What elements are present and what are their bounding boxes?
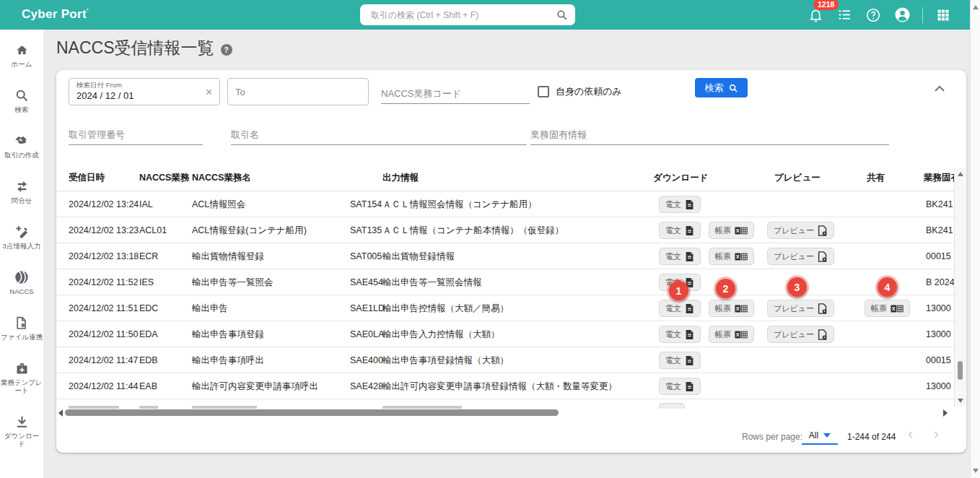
share-report-button[interactable]: 帳票X (865, 300, 910, 317)
document-icon (685, 381, 694, 392)
table-row: 2024/12/02 11:44EAB輸出許可内容変更申請事項呼出SAE428輸… (56, 373, 954, 399)
annotation-badge-4: 4 (878, 277, 897, 297)
search-icon[interactable] (556, 9, 568, 21)
preview-button[interactable]: プレビュー (767, 300, 834, 317)
document-icon (685, 303, 694, 314)
cell-naccs-code: IES (139, 277, 154, 287)
cell-output-name: 輸出申告等一覧照会情報 (382, 276, 482, 288)
cell-business-info: 00015 (926, 355, 954, 365)
page-title-row: NACCS受信情報一覧 ? (56, 37, 232, 59)
cell-naccs-name: 輸出申告事項呼出 (192, 354, 264, 366)
sidebar-item-search[interactable]: 検索 (1, 87, 43, 113)
rows-per-page-value: All (809, 430, 818, 440)
help-button[interactable] (865, 6, 882, 24)
report-download-button-label: 帳票 (715, 329, 731, 340)
sidebar-item-three-point-input[interactable]: 3点情報入力 (1, 224, 43, 250)
message-download-button-label: 電文 (665, 199, 681, 210)
global-search-input[interactable] (371, 10, 556, 20)
handshake-icon (14, 133, 30, 149)
message-download-button[interactable]: 電文 (659, 248, 701, 265)
file-gear-icon (14, 315, 29, 331)
sidebar-item-inquiry[interactable]: 問合せ (1, 178, 43, 204)
cyberport-logo[interactable]: Cyber Port’ (22, 7, 89, 22)
vertical-scroll-thumb[interactable] (958, 361, 963, 380)
sidebar-item-label: ホーム (12, 60, 32, 68)
cell-received-datetime: 2024/12/02 11:44 (69, 381, 138, 391)
scroll-down-icon[interactable] (958, 399, 963, 403)
document-icon (685, 225, 694, 236)
notifications-button[interactable]: 1218 (807, 6, 824, 24)
table-row: 2024/12/02 11:50EDA輸出申告事項登録SAE0LA輸出申告入力控… (56, 321, 954, 347)
document-icon (685, 329, 694, 340)
table-row: 2024/12/02 13:23ACL01ACL情報登録(コンテナ船用)SAT1… (56, 217, 954, 243)
share-report-button-label: 帳票 (871, 303, 887, 314)
prev-page-button[interactable]: ‹ (908, 425, 913, 442)
cell-received-datetime: 2024/12/02 13:23 (69, 225, 139, 235)
apps-button[interactable] (935, 6, 952, 24)
cell-naccs-name: 輸出許可内容変更申請事項呼出 (192, 380, 318, 392)
sidebar-item-label: NACCS (9, 287, 33, 295)
cell-received-datetime: 2024/12/02 11:50 (69, 329, 138, 339)
report-download-button[interactable]: 帳票X (709, 248, 754, 265)
report-download-button[interactable]: 帳票X (709, 222, 754, 239)
account-button[interactable] (893, 6, 911, 24)
spreadsheet-icon: X (735, 226, 748, 235)
next-page-button[interactable]: › (934, 425, 939, 442)
preview-button[interactable]: プレビュー (767, 248, 834, 265)
task-list-button[interactable] (836, 6, 853, 24)
spreadsheet-icon: X (735, 330, 748, 339)
sidebar-search-icon (14, 87, 29, 103)
cell-naccs-code: ECR (139, 251, 158, 261)
app-root: Cyber Port’ 1218 ホーム検索取引の作成 (0, 0, 980, 478)
document-icon (685, 355, 694, 366)
page-help-icon[interactable]: ? (221, 44, 232, 56)
cell-output-name: 輸出申告入力控情報（大額） (382, 328, 500, 340)
scroll-up-icon[interactable] (958, 172, 963, 176)
logo-text: Cyber Port (22, 7, 87, 21)
message-download-button[interactable]: 電文 (659, 196, 701, 213)
preview-icon (818, 329, 828, 340)
message-download-button[interactable]: 電文 (659, 352, 701, 369)
annotation-badge-1: 1 (669, 281, 688, 300)
report-download-button[interactable]: 帳票X (709, 300, 754, 317)
preview-button[interactable]: プレビュー (767, 326, 834, 343)
sidebar-item-business-template[interactable]: 業務テンプレート (1, 360, 43, 394)
cell-output-code: SAT005 (350, 251, 382, 261)
rows-per-page-select[interactable]: All (802, 427, 838, 445)
horizontal-scroll-thumb[interactable] (65, 409, 559, 416)
cell-output-code: SAE428 (350, 381, 383, 391)
rows-per-page-label: Rows per page: (742, 432, 802, 442)
sidebar-item-create-deal[interactable]: 取引の作成 (1, 133, 43, 159)
app-header: Cyber Port’ 1218 (0, 0, 970, 30)
cell-naccs-code: IAL (139, 199, 153, 209)
header-divider (922, 7, 923, 23)
page-scrollbar[interactable] (970, 0, 980, 478)
scroll-right-icon[interactable] (943, 409, 948, 417)
sidebar-item-label: 業務テンプレート (1, 378, 43, 394)
message-download-button[interactable]: 電文 (659, 300, 701, 317)
annotation-badge-2: 2 (716, 279, 735, 298)
report-download-button[interactable]: 帳票X (709, 326, 754, 343)
scroll-down-icon[interactable] (973, 469, 979, 473)
preview-button[interactable]: プレビュー (767, 222, 834, 239)
home-icon (14, 42, 30, 58)
pagination-range: 1-244 of 244 (847, 432, 896, 442)
page-title: NACCS受信情報一覧 (56, 37, 214, 59)
header-icons: 1218 (807, 0, 952, 30)
sidebar-item-file-link[interactable]: ファイル連携 (1, 315, 43, 341)
svg-text:X: X (736, 253, 740, 260)
table-horizontal-scrollbar[interactable] (56, 408, 950, 418)
cell-naccs-name: 輸出貨物情報登録 (192, 250, 264, 262)
message-download-button[interactable]: 電文 (659, 378, 701, 395)
sidebar-item-download[interactable]: ダウンロード (1, 414, 43, 448)
sidebar-item-naccs[interactable]: NACCS (1, 269, 43, 295)
message-download-button[interactable]: 電文 (659, 222, 701, 239)
message-download-button[interactable]: 電文 (659, 326, 701, 343)
cell-received-datetime: 2024/12/02 11:52 (69, 277, 138, 287)
scroll-up-icon[interactable] (973, 5, 979, 9)
table-vertical-scrollbar[interactable] (954, 168, 966, 407)
cell-naccs-code: EDA (139, 329, 158, 339)
svg-text:X: X (736, 227, 740, 234)
scroll-left-icon[interactable] (58, 409, 63, 417)
sidebar-item-home[interactable]: ホーム (1, 42, 43, 68)
